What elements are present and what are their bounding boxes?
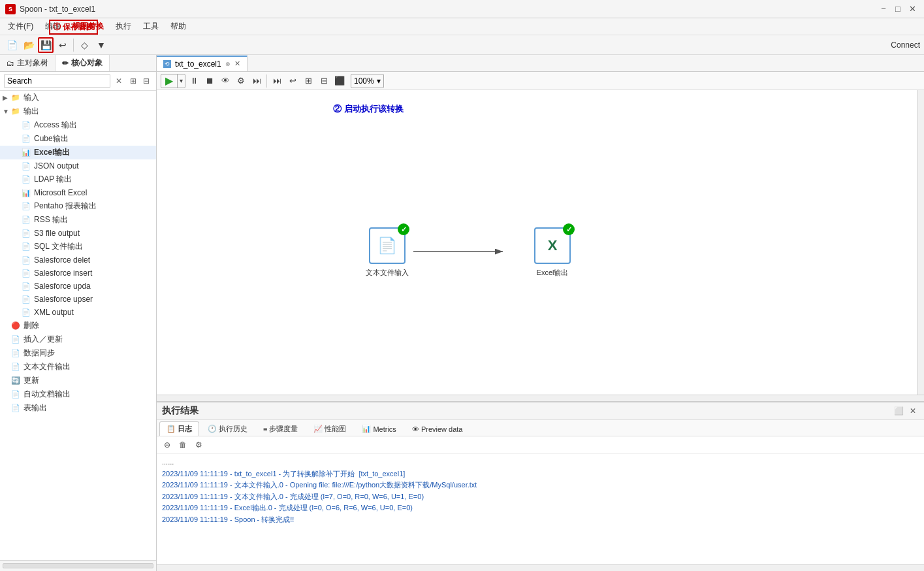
- tab-steps[interactable]: ≡ 步骤度量: [256, 421, 305, 436]
- list-item[interactable]: 📄 XML output: [0, 306, 156, 319]
- print-button[interactable]: ⬛: [332, 74, 347, 88]
- tab-preview[interactable]: 👁 Preview data: [405, 423, 470, 435]
- canvas-toolbar: ▶ ▾ ⏸ ⏹ 👁 ⚙ ⏭ ⏭ ↩ ⊞ ⊟ ⬛ 100% ▾: [157, 72, 924, 90]
- back-button[interactable]: ↩: [285, 74, 300, 88]
- sync-icon: 📄: [10, 348, 21, 359]
- list-item[interactable]: 📄 JSON output: [0, 159, 156, 172]
- list-item[interactable]: 📄 Pentaho 报表输出: [0, 199, 156, 213]
- list-item[interactable]: 📄 Salesforce upser: [0, 293, 156, 306]
- log-line: ......: [162, 457, 919, 468]
- close-button[interactable]: ✕: [906, 3, 919, 15]
- run-button[interactable]: ▶: [161, 74, 178, 88]
- search-filter[interactable]: ⊞: [127, 75, 139, 87]
- list-item[interactable]: 🔄 更新: [0, 374, 156, 387]
- debug-button[interactable]: ⚙: [234, 74, 248, 88]
- menu-file[interactable]: 文件(F): [3, 20, 39, 33]
- menu-help[interactable]: 帮助: [165, 20, 191, 33]
- insert-icon: 📄: [10, 334, 21, 345]
- tree-arrow-output[interactable]: ▼: [3, 108, 10, 115]
- sidebar-search-bar: ✕ ⊞ ⊟: [0, 72, 156, 91]
- stop-button[interactable]: ⏹: [202, 74, 217, 88]
- toolbar-diamond[interactable]: ◇: [76, 37, 92, 53]
- toolbar-dropdown[interactable]: ▼: [93, 37, 109, 53]
- canvas-tab-close[interactable]: ✕: [234, 59, 240, 68]
- window-title: Spoon - txt_to_excel1: [20, 5, 95, 14]
- results-expand-button[interactable]: ⬜: [893, 405, 904, 417]
- list-item[interactable]: 📄 自动文档输出: [0, 387, 156, 401]
- menu-view[interactable]: 视图替换: [67, 20, 109, 33]
- file-icon-8: 📄: [21, 228, 31, 238]
- node-excel-output[interactable]: X ✓ Excel输出: [534, 227, 571, 278]
- list-item[interactable]: 📄 Salesforce upda: [0, 280, 156, 293]
- search-clear[interactable]: ✕: [113, 75, 125, 87]
- list-item[interactable]: 📄 Salesforce insert: [0, 267, 156, 280]
- results-scrollbar-h[interactable]: [157, 564, 924, 571]
- list-item[interactable]: 📄 Access 输出: [0, 118, 156, 132]
- text-input-icon: 📄: [377, 237, 397, 255]
- tree-item-output[interactable]: ▼ 📁 输出: [0, 105, 156, 118]
- results-close-button[interactable]: ✕: [907, 405, 919, 417]
- list-item[interactable]: 📄 S3 file output: [0, 227, 156, 240]
- list-item[interactable]: 📄 插入／更新: [0, 333, 156, 346]
- align-button[interactable]: ⊟: [317, 74, 331, 88]
- list-item[interactable]: 📄 Salesforce delet: [0, 253, 156, 267]
- toolbar-save[interactable]: 💾: [38, 37, 54, 53]
- search-options[interactable]: ⊟: [140, 75, 152, 87]
- list-item[interactable]: 📄 数据同步: [0, 346, 156, 360]
- tree-item-excel-output[interactable]: 📊 Excel输出: [0, 146, 156, 159]
- canvas-tab-main[interactable]: ⟲ txt_to_excel1 ⊗ ✕: [157, 56, 247, 71]
- minimize-button[interactable]: −: [877, 3, 890, 15]
- app-icon: S: [5, 4, 16, 14]
- sidebar-tree: ▶ 📁 输入 ▼ 📁 输出 📄 Access 输出 📄 Cube输出: [0, 91, 156, 560]
- zoom-dropdown-icon: ▾: [377, 76, 381, 86]
- maximize-button[interactable]: □: [891, 3, 904, 15]
- list-item[interactable]: 📄 RSS 输出: [0, 213, 156, 227]
- run-dropdown[interactable]: ▶ ▾: [161, 74, 185, 88]
- menu-edit[interactable]: 编辑: [40, 20, 66, 33]
- list-item[interactable]: 📄 Cube输出: [0, 132, 156, 146]
- list-item[interactable]: 📄 LDAP 输出: [0, 172, 156, 186]
- menu-tools[interactable]: 工具: [138, 20, 164, 33]
- node-text-input[interactable]: 📄 ✓ 文本文件输入: [366, 227, 409, 278]
- canvas-scrollbar-vertical[interactable]: [917, 90, 924, 401]
- toolbar-new[interactable]: 📄: [4, 37, 20, 53]
- textfile-icon: 📄: [10, 362, 21, 372]
- log-clear-button[interactable]: ⊖: [161, 438, 174, 451]
- run-arrow[interactable]: ▾: [178, 74, 185, 88]
- zoom-selector[interactable]: 100% ▾: [351, 74, 384, 88]
- tab-history[interactable]: 🕐 执行历史: [200, 421, 255, 436]
- pause-button[interactable]: ⏸: [187, 74, 201, 88]
- step2-button[interactable]: ⏭: [270, 74, 284, 88]
- file-icon-14: 📄: [21, 307, 31, 318]
- file-icon-1: 📄: [21, 120, 31, 131]
- list-item[interactable]: 📊 Microsoft Excel: [0, 186, 156, 199]
- toolbar-undo[interactable]: ↩: [55, 37, 71, 53]
- list-item[interactable]: 🔴 删除: [0, 319, 156, 333]
- zoom-level: 100%: [354, 76, 374, 86]
- tab-modified-indicator: ⊗: [225, 61, 231, 67]
- tab-core-objects[interactable]: ✏ 核心对象: [56, 55, 110, 71]
- menu-run[interactable]: 执行: [110, 20, 136, 33]
- log-settings-button[interactable]: ⚙: [192, 438, 205, 451]
- tab-log[interactable]: 📋 日志: [159, 421, 199, 436]
- layout-button[interactable]: ⊞: [301, 74, 315, 88]
- log-delete-button[interactable]: 🗑: [176, 438, 189, 451]
- tab-perf[interactable]: 📈 性能图: [306, 421, 353, 436]
- tree-arrow-input[interactable]: ▶: [3, 94, 10, 101]
- list-item[interactable]: 📄 表输出: [0, 401, 156, 415]
- tree-item-input[interactable]: ▶ 📁 输入: [0, 91, 156, 105]
- canvas-area: ⟲ txt_to_excel1 ⊗ ✕ ▶ ▾ ⏸ ⏹ 👁 ⚙ ⏭ ⏭ ↩ ⊞ …: [157, 55, 924, 571]
- node-excel-output-box[interactable]: X ✓: [534, 227, 571, 264]
- node-text-input-box[interactable]: 📄 ✓: [369, 227, 406, 264]
- list-item[interactable]: 📄 SQL 文件输出: [0, 240, 156, 253]
- preview-button[interactable]: 👁: [218, 74, 232, 88]
- tab-main-objects[interactable]: 🗂 主对象树: [0, 55, 56, 71]
- list-item[interactable]: 📄 文本文件输出: [0, 360, 156, 374]
- search-input[interactable]: [4, 74, 110, 88]
- sidebar-scrollbar-h[interactable]: [3, 563, 153, 568]
- canvas-scrollbar-horizontal[interactable]: [157, 395, 924, 401]
- tab-metrics[interactable]: 📊 Metrics: [355, 422, 403, 435]
- step-button[interactable]: ⏭: [249, 74, 264, 88]
- toolbar-open[interactable]: 📂: [21, 37, 37, 53]
- perf-tab-icon: 📈: [313, 425, 323, 433]
